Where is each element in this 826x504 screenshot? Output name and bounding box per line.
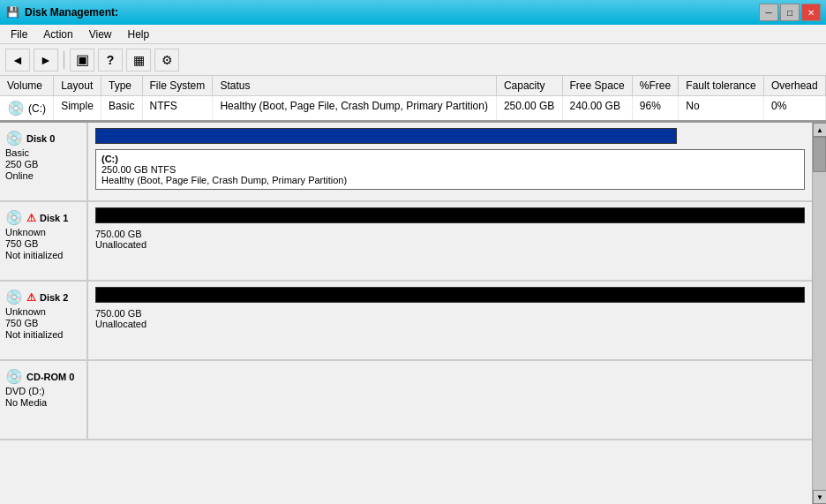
toolbar: ◄ ► ▣ ? ▦ ⚙ xyxy=(0,44,826,76)
scroll-down-button[interactable]: ▼ xyxy=(813,490,826,504)
disk-label-disk2: 💿⚠Disk 2Unknown750 GBNot initialized xyxy=(0,282,88,359)
disk-name-text: Disk 0 xyxy=(26,133,55,144)
cell-filesystem: NTFS xyxy=(142,96,213,121)
partition-status: Healthy (Boot, Page File, Crash Dump, Pr… xyxy=(101,175,799,185)
disk-content-disk2: 750.00 GB Unallocated xyxy=(88,282,812,359)
cell-freespace: 240.00 GB xyxy=(562,96,632,121)
cell-percentfree: 96% xyxy=(632,96,679,121)
main-content: Volume Layout Type File System Status Ca… xyxy=(0,76,826,504)
col-freespace: Free Space xyxy=(562,76,632,96)
col-faulttolerance: Fault tolerance xyxy=(679,76,764,96)
window-controls: ─ □ ✕ xyxy=(759,4,821,21)
disk-row-disk1: 💿⚠Disk 1Unknown750 GBNot initialized750.… xyxy=(0,202,812,282)
scroll-track xyxy=(813,137,826,490)
col-layout: Layout xyxy=(54,76,101,96)
disk-content-disk1: 750.00 GB Unallocated xyxy=(88,202,812,280)
disk-size: 750 GB xyxy=(5,238,38,249)
scrollbar[interactable]: ▲ ▼ xyxy=(812,123,826,504)
close-button[interactable]: ✕ xyxy=(801,4,821,21)
disk-row-cdrom0: 💿CD-ROM 0DVD (D:)No Media xyxy=(0,361,812,440)
toolbar-separator-1 xyxy=(64,51,64,69)
warning-icon: ⚠ xyxy=(26,212,36,224)
menu-bar: File Action View Help xyxy=(0,25,826,44)
upper-panel: Volume Layout Type File System Status Ca… xyxy=(0,76,826,123)
disk-status: No Media xyxy=(5,397,47,408)
disk-table: Volume Layout Type File System Status Ca… xyxy=(0,76,826,120)
disk-name-text: Disk 2 xyxy=(40,292,68,303)
col-volume: Volume xyxy=(0,76,54,96)
disk-name-text: Disk 1 xyxy=(40,213,68,223)
menu-help[interactable]: Help xyxy=(121,26,157,42)
disk-name-disk1: 💿⚠Disk 1 xyxy=(5,209,68,226)
cell-overhead: 0% xyxy=(764,96,826,121)
lower-panel: 💿Disk 0Basic250 GBOnline(C:)250.00 GB NT… xyxy=(0,123,826,504)
partition-label: (C:) xyxy=(101,154,799,164)
disk-status: Not initialized xyxy=(5,329,63,340)
disk-type: Unknown xyxy=(5,227,46,237)
col-percentfree: %Free xyxy=(632,76,679,96)
scroll-up-button[interactable]: ▲ xyxy=(813,123,826,137)
window-title: Disk Management: xyxy=(25,6,754,19)
col-capacity: Capacity xyxy=(496,76,562,96)
col-overhead: Overhead xyxy=(764,76,826,96)
cell-type: Basic xyxy=(101,96,142,121)
help-button[interactable]: ? xyxy=(98,49,123,71)
title-bar: 💾 Disk Management: ─ □ ✕ xyxy=(0,0,826,25)
scroll-thumb[interactable] xyxy=(813,137,826,172)
disk-row-disk2: 💿⚠Disk 2Unknown750 GBNot initialized750.… xyxy=(0,282,812,361)
disk-row-disk0: 💿Disk 0Basic250 GBOnline(C:)250.00 GB NT… xyxy=(0,123,812,202)
cell-layout: Simple xyxy=(54,96,101,121)
disk-rows: 💿Disk 0Basic250 GBOnline(C:)250.00 GB NT… xyxy=(0,123,812,440)
disk-bar xyxy=(95,128,677,144)
disk-type: Unknown xyxy=(5,306,46,317)
cell-capacity: 250.00 GB xyxy=(496,96,562,121)
properties-button[interactable]: ⚙ xyxy=(154,49,179,71)
unallocated-label: 750.00 GB Unallocated xyxy=(95,306,805,331)
disk-name-cdrom0: 💿CD-ROM 0 xyxy=(5,368,74,385)
disk-size: 750 GB xyxy=(5,318,38,328)
disk-label-cdrom0: 💿CD-ROM 0DVD (D:)No Media xyxy=(0,361,88,439)
menu-view[interactable]: View xyxy=(82,26,119,42)
disk-status: Online xyxy=(5,170,34,181)
maximize-button[interactable]: □ xyxy=(780,4,800,21)
disk-content-cdrom0 xyxy=(88,361,812,439)
menu-file[interactable]: File xyxy=(4,26,34,42)
disk-label-disk1: 💿⚠Disk 1Unknown750 GBNot initialized xyxy=(0,202,88,280)
menu-action[interactable]: Action xyxy=(36,26,79,42)
disk-label-disk0: 💿Disk 0Basic250 GBOnline xyxy=(0,123,88,200)
disk-size: 250 GB xyxy=(5,159,38,169)
cell-faulttolerance: No xyxy=(679,96,764,121)
forward-button[interactable]: ► xyxy=(34,49,58,71)
disk-name-disk2: 💿⚠Disk 2 xyxy=(5,289,68,305)
disk-type: DVD (D:) xyxy=(5,386,45,396)
hdd-icon: 💿 xyxy=(5,209,23,226)
cell-volume: 💿(C:) xyxy=(0,96,54,121)
minimize-button[interactable]: ─ xyxy=(759,4,778,21)
warning-icon: ⚠ xyxy=(26,291,36,304)
disk-bar xyxy=(95,287,805,303)
disk-content-disk0: (C:)250.00 GB NTFSHealthy (Boot, Page Fi… xyxy=(88,123,812,200)
col-status: Status xyxy=(213,76,496,96)
hdd-icon: 💿 xyxy=(5,130,23,147)
hdd-icon: 💿 xyxy=(5,289,23,305)
col-type: Type xyxy=(101,76,142,96)
partition-size: 250.00 GB NTFS xyxy=(101,164,799,175)
disk-name-text: CD-ROM 0 xyxy=(26,372,74,382)
partition-box: (C:)250.00 GB NTFSHealthy (Boot, Page Fi… xyxy=(95,149,805,190)
disk-status: Not initialized xyxy=(5,250,63,260)
cell-status: Healthy (Boot, Page File, Crash Dump, Pr… xyxy=(213,96,496,121)
disk-type: Basic xyxy=(5,147,29,158)
back-button[interactable]: ◄ xyxy=(5,49,30,71)
table-row: 💿(C:)SimpleBasicNTFSHealthy (Boot, Page … xyxy=(0,96,826,121)
app-icon: 💾 xyxy=(5,5,19,19)
unallocated-label: 750.00 GB Unallocated xyxy=(95,227,805,252)
disk-bar xyxy=(95,207,805,223)
disk-name-disk0: 💿Disk 0 xyxy=(5,130,55,147)
view-button[interactable]: ▦ xyxy=(126,49,151,71)
cdrom-icon: 💿 xyxy=(5,368,23,385)
col-filesystem: File System xyxy=(142,76,213,96)
show-hide-button[interactable]: ▣ xyxy=(70,49,94,71)
